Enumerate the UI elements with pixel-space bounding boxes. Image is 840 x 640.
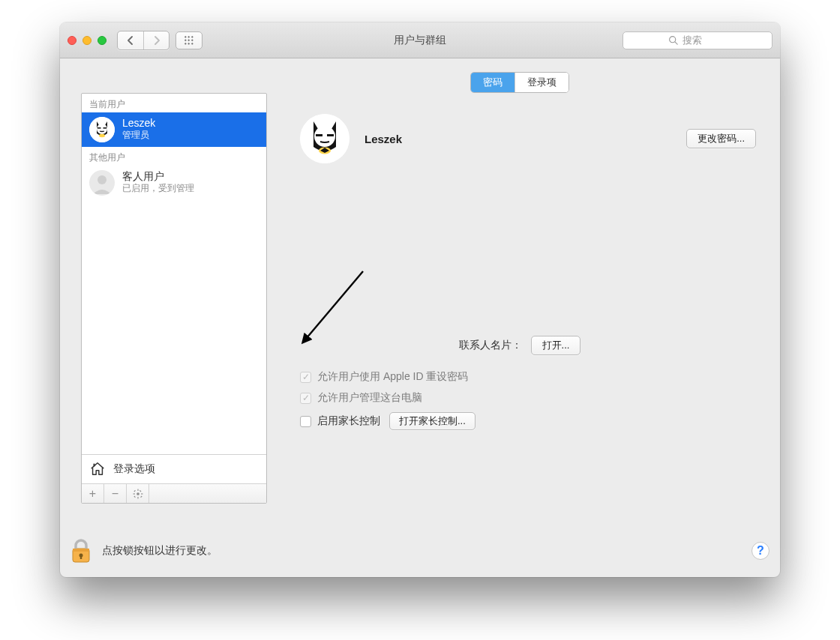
annotation-arrow-icon <box>296 264 378 346</box>
option-parental-controls: 启用家长控制 打开家长控制... <box>300 412 759 430</box>
svg-rect-4 <box>98 127 101 129</box>
tab-password[interactable]: 密码 <box>471 73 514 92</box>
grid-icon <box>184 35 194 46</box>
option-label: 允许用户管理这台电脑 <box>317 391 422 405</box>
preferences-window: 用户与群组 当前用户 <box>60 22 780 577</box>
option-label: 允许用户使用 Apple ID 重设密码 <box>317 370 468 384</box>
gear-icon <box>133 489 143 499</box>
user-detail-pane: 密码 登录项 <box>280 69 759 504</box>
user-role: 管理员 <box>122 129 155 142</box>
profile-name: Leszek <box>364 133 402 145</box>
change-password-button[interactable]: 更改密码... <box>686 129 756 148</box>
svg-rect-14 <box>134 489 135 491</box>
svg-rect-15 <box>140 495 142 497</box>
search-field[interactable] <box>622 31 772 49</box>
sidebar-user-current[interactable]: Leszek 管理员 <box>82 112 266 147</box>
checkbox-parental-controls[interactable] <box>300 416 311 427</box>
batman-avatar-icon <box>300 114 350 163</box>
footer-row: 点按锁按钮以进行更改。 ? <box>70 538 770 564</box>
svg-point-7 <box>98 175 106 184</box>
sidebar-toolbar: + − <box>82 483 266 503</box>
section-current-user: 当前用户 <box>82 94 266 112</box>
svg-point-3 <box>97 124 107 134</box>
avatar <box>89 117 115 142</box>
detail-tabs: 密码 登录项 <box>280 72 759 93</box>
svg-rect-20 <box>316 134 322 136</box>
login-options-label: 登录选项 <box>113 462 155 476</box>
window-body: 当前用户 Leszek <box>60 58 780 577</box>
forward-button[interactable] <box>143 31 169 49</box>
lock-hint-text: 点按锁按钮以进行更改。 <box>102 544 218 558</box>
user-actions-button[interactable] <box>127 484 149 503</box>
svg-rect-17 <box>134 495 135 497</box>
option-allow-admin: 允许用户管理这台电脑 <box>300 391 759 405</box>
option-label: 启用家长控制 <box>317 414 380 428</box>
remove-user-button[interactable]: − <box>104 484 127 503</box>
svg-rect-11 <box>137 497 138 498</box>
svg-rect-13 <box>141 493 142 494</box>
open-contacts-button[interactable]: 打开... <box>531 336 581 355</box>
avatar <box>89 170 115 196</box>
show-all-button[interactable] <box>176 31 202 49</box>
add-user-button[interactable]: + <box>82 484 104 503</box>
section-other-users: 其他用户 <box>82 147 266 166</box>
svg-point-6 <box>99 134 105 137</box>
nav-back-forward <box>117 31 170 50</box>
svg-point-0 <box>669 37 675 43</box>
svg-rect-5 <box>104 127 107 129</box>
avatar-large[interactable] <box>300 114 350 163</box>
user-name: Leszek <box>122 118 155 129</box>
svg-rect-27 <box>80 555 82 559</box>
content-panel: 当前用户 Leszek <box>70 69 770 504</box>
svg-rect-8 <box>94 464 95 467</box>
option-appleid-reset: 允许用户使用 Apple ID 重设密码 <box>300 370 759 384</box>
close-window-button[interactable] <box>68 36 76 45</box>
lock-icon[interactable] <box>70 538 92 564</box>
user-name: 客人用户 <box>122 171 194 182</box>
titlebar: 用户与群组 <box>60 22 780 58</box>
sidebar-user-guest[interactable]: 客人用户 已启用，受到管理 <box>82 166 266 200</box>
back-button[interactable] <box>118 31 143 49</box>
svg-rect-10 <box>137 489 138 490</box>
person-silhouette-icon <box>89 170 115 196</box>
user-status: 已启用，受到管理 <box>122 182 194 195</box>
svg-rect-16 <box>139 489 140 491</box>
batman-avatar-icon <box>89 117 115 142</box>
profile-row: Leszek 更改密码... <box>280 114 759 163</box>
checkbox-allow-admin[interactable] <box>300 393 311 404</box>
svg-rect-25 <box>73 549 89 552</box>
svg-rect-12 <box>133 493 134 494</box>
options-group: 允许用户使用 Apple ID 重设密码 允许用户管理这台电脑 启用家长控制 打… <box>280 370 759 430</box>
svg-point-9 <box>136 492 140 495</box>
open-parental-controls-button[interactable]: 打开家长控制... <box>389 412 476 430</box>
zoom-window-button[interactable] <box>98 36 106 45</box>
search-icon <box>668 35 678 45</box>
svg-line-23 <box>306 271 363 339</box>
chevron-left-icon <box>127 36 134 45</box>
minimize-window-button[interactable] <box>82 36 92 45</box>
checkbox-appleid-reset[interactable] <box>300 372 311 383</box>
chevron-right-icon <box>153 36 160 45</box>
toolbar-spacer <box>149 484 266 503</box>
users-sidebar: 当前用户 Leszek <box>81 93 267 504</box>
window-controls <box>68 36 106 45</box>
home-icon <box>89 461 106 477</box>
login-options-row[interactable]: 登录选项 <box>82 454 266 483</box>
contacts-row: 联系人名片： 打开... <box>280 336 759 355</box>
svg-rect-21 <box>327 134 334 136</box>
svg-line-1 <box>674 42 676 44</box>
tab-login-items[interactable]: 登录项 <box>514 73 568 92</box>
help-button[interactable]: ? <box>752 542 770 560</box>
contacts-label: 联系人名片： <box>459 339 522 352</box>
search-input[interactable] <box>682 34 728 46</box>
